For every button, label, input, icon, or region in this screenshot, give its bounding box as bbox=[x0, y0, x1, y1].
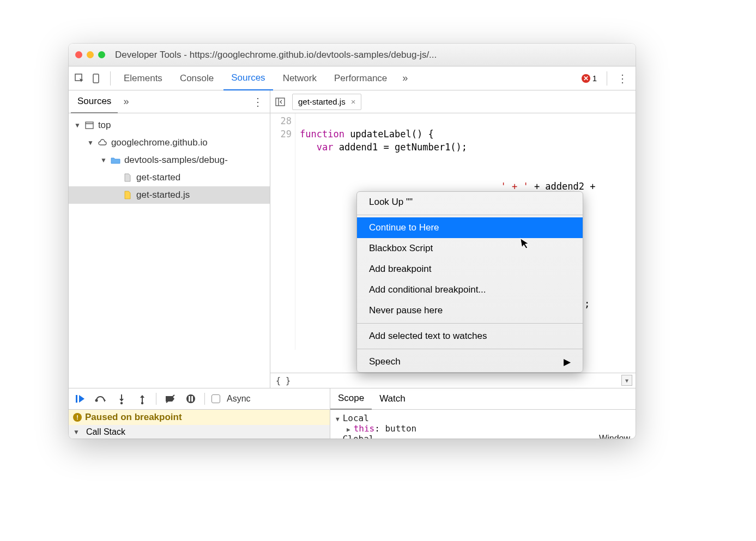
chevron-down-icon: ▼ bbox=[74, 121, 81, 129]
chevron-right-icon: ▶ bbox=[347, 426, 350, 433]
menu-item-add-breakpoint[interactable]: Add breakpoint bbox=[357, 259, 583, 279]
menu-item-speech[interactable]: Speech▶ bbox=[357, 351, 583, 372]
chevron-down-icon: ▼ bbox=[73, 428, 80, 436]
menu-separator bbox=[357, 323, 583, 324]
chevron-down-icon: ▼ bbox=[336, 416, 340, 423]
window-maximize-button[interactable] bbox=[98, 51, 105, 58]
toolbar-separator bbox=[204, 393, 205, 405]
collapse-debugger-icon[interactable]: ▼ bbox=[621, 375, 632, 386]
menu-item-add-conditional-breakpoint[interactable]: Add conditional breakpoint... bbox=[357, 279, 583, 300]
resume-button[interactable] bbox=[73, 392, 87, 406]
tab-console[interactable]: Console bbox=[172, 66, 221, 90]
scope-local[interactable]: ▼Local bbox=[336, 413, 630, 423]
global-value: Window bbox=[599, 434, 630, 439]
callstack-pane: ! Paused on breakpoint ▼ Call Stack ➔onC… bbox=[69, 410, 330, 439]
file-tab-label: get-started.js bbox=[298, 97, 346, 106]
step-out-button[interactable] bbox=[135, 392, 149, 406]
tree-node-host[interactable]: ▼ googlechrome.github.io bbox=[69, 134, 270, 151]
tree-node-folder[interactable]: ▼ devtools-samples/debug- bbox=[69, 151, 270, 169]
tree-node-file-html[interactable]: get-started bbox=[69, 169, 270, 186]
chevron-down-icon: ▼ bbox=[87, 139, 94, 147]
inspect-element-icon[interactable] bbox=[72, 71, 87, 86]
tree-label: get-started bbox=[136, 172, 180, 183]
callstack-header[interactable]: ▼ Call Stack bbox=[69, 425, 330, 439]
tab-network[interactable]: Network bbox=[275, 66, 324, 90]
tree-node-top[interactable]: ▼ top bbox=[69, 117, 270, 134]
tree-node-file-js[interactable]: get-started.js bbox=[69, 186, 270, 204]
debugger-toolbar: Async Scope Watch bbox=[69, 388, 636, 410]
toolbar-separator bbox=[110, 71, 111, 86]
pause-on-exceptions-button[interactable] bbox=[184, 392, 198, 406]
menu-item-add-to-watches[interactable]: Add selected text to watches bbox=[357, 326, 583, 347]
error-indicator[interactable]: ✕ 1 bbox=[582, 74, 597, 83]
svg-rect-15 bbox=[191, 396, 193, 402]
pretty-print-label[interactable]: { } bbox=[276, 376, 291, 386]
context-menu: Look Up "" Continue to Here Blackbox Scr… bbox=[356, 191, 583, 373]
toolbar-separator bbox=[607, 71, 607, 86]
document-icon bbox=[122, 172, 133, 183]
menu-item-blackbox-script[interactable]: Blackbox Script bbox=[357, 238, 583, 259]
svg-rect-14 bbox=[189, 396, 190, 402]
close-icon[interactable]: × bbox=[351, 97, 356, 106]
tree-label: devtools-samples/debug- bbox=[124, 155, 228, 166]
debugger-controls: Async bbox=[69, 388, 330, 409]
deactivate-breakpoints-button[interactable] bbox=[163, 392, 177, 406]
scope-global[interactable]: ▶GlobalWindow bbox=[336, 434, 630, 439]
submenu-arrow-icon: ▶ bbox=[564, 356, 571, 368]
menu-separator bbox=[357, 215, 583, 215]
menu-item-lookup[interactable]: Look Up "" bbox=[357, 192, 583, 212]
chevron-down-icon: ▼ bbox=[100, 156, 107, 164]
svg-point-13 bbox=[186, 394, 195, 403]
paused-banner: ! Paused on breakpoint bbox=[69, 410, 330, 425]
main-toolbar: Elements Console Sources Network Perform… bbox=[69, 66, 636, 90]
tree-label: top bbox=[98, 120, 111, 131]
file-tree: ▼ top ▼ googlechrome.github.io ▼ devtool… bbox=[69, 113, 270, 204]
tab-watch[interactable]: Watch bbox=[372, 388, 413, 410]
folder-icon bbox=[110, 155, 121, 166]
tab-performance[interactable]: Performance bbox=[326, 66, 395, 90]
navigator-menu-button[interactable]: ⋮ bbox=[248, 95, 268, 108]
line-gutter: 2829 bbox=[270, 113, 295, 350]
overflow-menu-button[interactable]: ⋮ bbox=[613, 72, 632, 85]
scope-pane: ▼Local ▶this: button ▶GlobalWindow bbox=[330, 410, 636, 439]
devtools-window: Developer Tools - https://googlechrome.g… bbox=[69, 44, 636, 439]
tab-elements[interactable]: Elements bbox=[116, 66, 170, 90]
tab-scope[interactable]: Scope bbox=[330, 388, 372, 410]
editor-status-bar: { } ▼ bbox=[270, 373, 636, 388]
js-file-icon bbox=[122, 190, 133, 200]
window-icon bbox=[84, 120, 95, 131]
navigator-pane: Sources » ⋮ ▼ top ▼ googlechrome.github.… bbox=[69, 90, 270, 388]
editor-file-tab[interactable]: get-started.js × bbox=[292, 94, 361, 110]
paused-message: Paused on breakpoint bbox=[85, 412, 182, 423]
toggle-navigator-icon[interactable] bbox=[273, 98, 288, 106]
error-icon: ✕ bbox=[582, 74, 590, 83]
menu-item-never-pause-here[interactable]: Never pause here bbox=[357, 300, 583, 321]
step-over-button[interactable] bbox=[94, 392, 108, 406]
async-checkbox[interactable] bbox=[211, 394, 220, 403]
step-into-button[interactable] bbox=[114, 392, 129, 406]
svg-point-7 bbox=[95, 399, 98, 402]
navigator-tabs: Sources » ⋮ bbox=[69, 90, 270, 113]
more-tabs-button[interactable]: » bbox=[397, 72, 413, 84]
async-label: Async bbox=[227, 394, 251, 404]
window-title: Developer Tools - https://googlechrome.g… bbox=[115, 50, 437, 60]
scope-this[interactable]: ▶this: button bbox=[336, 423, 630, 434]
window-close-button[interactable] bbox=[75, 51, 82, 58]
svg-rect-2 bbox=[86, 122, 93, 129]
window-titlebar: Developer Tools - https://googlechrome.g… bbox=[69, 44, 636, 66]
navigator-tab-sources[interactable]: Sources bbox=[71, 90, 118, 113]
tree-label: googlechrome.github.io bbox=[111, 137, 208, 148]
tab-sources[interactable]: Sources bbox=[223, 66, 273, 90]
debugger-lower-area: ! Paused on breakpoint ▼ Call Stack ➔onC… bbox=[69, 410, 636, 439]
navigator-more-button[interactable]: » bbox=[118, 96, 134, 107]
callstack-title: Call Stack bbox=[86, 427, 125, 437]
toolbar-separator bbox=[156, 393, 156, 405]
device-toggle-icon[interactable] bbox=[89, 71, 105, 86]
traffic-lights bbox=[75, 51, 105, 58]
chevron-right-icon: ▶ bbox=[336, 436, 340, 439]
menu-item-continue-to-here[interactable]: Continue to Here bbox=[357, 217, 583, 238]
svg-rect-1 bbox=[93, 74, 99, 83]
svg-point-11 bbox=[141, 402, 143, 404]
warning-icon: ! bbox=[73, 413, 82, 422]
window-minimize-button[interactable] bbox=[87, 51, 94, 58]
